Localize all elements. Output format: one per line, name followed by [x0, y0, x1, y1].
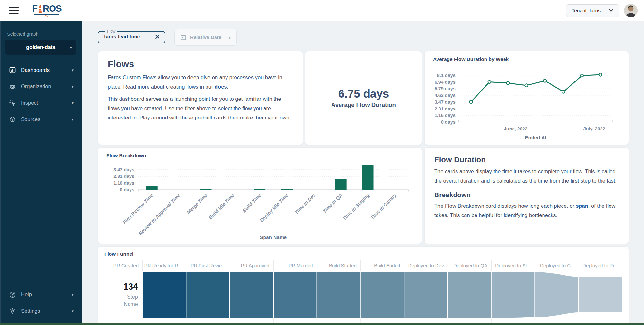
calendar-icon: [180, 34, 186, 40]
funnel-start-count: 134: [123, 282, 138, 292]
sidebar-item-label: Dashboards: [21, 67, 72, 73]
flow-duration-card: Flow Duration The cards above display th…: [424, 147, 629, 244]
flow-breakdown-card: Flow Breakdown 3.47 days2.31 days1.16 da…: [98, 147, 422, 244]
graph-select[interactable]: golden-data ▾: [5, 40, 76, 55]
chevron-down-icon: ▾: [70, 45, 72, 50]
avatar[interactable]: [624, 4, 638, 17]
flows-card-paragraph-2: This dashboard serves as a launching poi…: [108, 94, 293, 123]
avatar-silhouette: [624, 4, 638, 17]
bottom-green-strip: [0, 323, 644, 325]
people-icon: [9, 83, 16, 90]
hamburger-menu-icon[interactable]: [9, 7, 19, 14]
svg-text:July, 2022: July, 2022: [583, 126, 605, 131]
sidebar-item-inspect[interactable]: Inspect ▾: [0, 95, 82, 111]
logo-letters-ros: ROS: [43, 4, 62, 13]
svg-text:Time in Staging: Time in Staging: [341, 193, 370, 221]
svg-text:Ended At: Ended At: [525, 135, 546, 140]
line-chart: 8.1 days6.94 days5.79 days4.63 days3.47 …: [433, 62, 621, 142]
lighthouse-logo-icon: [38, 5, 43, 13]
funnel-step-header: Build Started: [317, 260, 360, 271]
sidebar-nav: Dashboards ▾ Organization ▾ Inspect ▾: [0, 62, 82, 128]
svg-text:0 days: 0 days: [120, 187, 134, 192]
svg-text:Build Idle Time: Build Idle Time: [208, 193, 235, 220]
bar-chart-title: Flow Breakdown: [106, 153, 415, 158]
tenant-label: Tenant: faros: [572, 8, 601, 14]
help-icon: [9, 291, 16, 298]
svg-text:Build Time: Build Time: [241, 193, 262, 214]
flow-filter-chip[interactable]: Flow faros-lead-time: [98, 29, 165, 43]
funnel-axis-label: Step Name: [121, 293, 138, 308]
main-content: Flow faros-lead-time Relative Date ▾ Flo…: [82, 21, 644, 325]
svg-text:3.47 days: 3.47 days: [435, 100, 456, 105]
selected-graph-label: Selected graph: [7, 32, 82, 37]
svg-text:Time in Dev: Time in Dev: [294, 192, 317, 215]
logo-underline: [34, 14, 59, 15]
paragraph-text: .: [227, 84, 229, 90]
sidebar-item-sources[interactable]: Sources ▾: [0, 111, 82, 128]
tenant-select[interactable]: Tenant: faros: [566, 4, 619, 17]
funnel-step-header: Deployed to Dev: [404, 260, 447, 271]
funnel-step-header: Deployed to Pr...: [579, 260, 622, 271]
sidebar-item-settings[interactable]: Settings ▾: [0, 303, 82, 319]
sidebar-item-label: Inspect: [21, 100, 72, 106]
svg-text:0 days: 0 days: [441, 119, 456, 125]
svg-text:Time in QA: Time in QA: [322, 193, 343, 214]
sidebar-item-label: Settings: [21, 308, 72, 314]
svg-text:2.31 days: 2.31 days: [113, 174, 134, 179]
chevron-down-icon: ▾: [72, 68, 74, 72]
funnel-start-block: 134 Step Name: [104, 271, 142, 319]
logo-wave-icon: [45, 15, 48, 17]
svg-text:8.1 days: 8.1 days: [437, 73, 456, 78]
funnel-step-header: PR First Revie...: [186, 260, 229, 271]
stat-label: Average Flow Duration: [331, 101, 396, 109]
funnel-step-header: Deployed to C...: [535, 260, 578, 271]
funnel-chart: [142, 271, 622, 319]
svg-text:First Review Time: First Review Time: [122, 193, 154, 225]
sidebar-item-help[interactable]: Help ▾: [0, 286, 82, 303]
span-link[interactable]: span: [576, 203, 588, 209]
svg-text:1.16 days: 1.16 days: [113, 180, 134, 186]
svg-text:June, 2022: June, 2022: [504, 126, 528, 131]
svg-text:2.31 days: 2.31 days: [435, 106, 456, 111]
sources-box-icon: [9, 116, 16, 123]
funnel-header-row: PR CreatedPR Ready for R...PR First Revi…: [104, 260, 622, 271]
flow-duration-title: Flow Duration: [434, 155, 619, 164]
relative-date-label: Relative Date: [190, 34, 221, 40]
flow-funnel-card: Flow Funnel PR CreatedPR Ready for R...P…: [98, 246, 629, 325]
svg-text:Deploy Idle Time: Deploy Idle Time: [259, 193, 289, 223]
faros-logo[interactable]: F ROS: [32, 4, 62, 17]
average-flow-duration-card: 6.75 days Average Flow Duration: [305, 51, 422, 145]
sidebar: Selected graph golden-data ▾ Dashboards …: [0, 21, 82, 325]
sidebar-footer: Help ▾ Settings ▾: [0, 286, 82, 325]
docs-link[interactable]: docs: [215, 84, 227, 90]
funnel-step-header: PR Created: [104, 260, 142, 271]
bar-chart: 3.47 days2.31 days1.16 days0 daysFirst R…: [106, 158, 415, 241]
relative-date-filter[interactable]: Relative Date ▾: [174, 29, 237, 46]
sidebar-item-label: Organization: [21, 83, 72, 90]
sidebar-item-label: Help: [21, 292, 72, 298]
filter-row: Flow faros-lead-time Relative Date ▾: [98, 29, 629, 46]
svg-text:6.94 days: 6.94 days: [435, 80, 456, 85]
inspect-cursor-icon: [9, 100, 16, 107]
logo-letter-f: F: [32, 4, 37, 13]
funnel-step-header: Build Ended: [360, 260, 404, 271]
chevron-down-icon: ▾: [72, 84, 74, 89]
svg-text:Merge Time: Merge Time: [186, 193, 208, 215]
svg-text:Span Name: Span Name: [260, 234, 287, 240]
flow-duration-paragraph: The cards above display the time it take…: [434, 167, 619, 186]
breakdown-paragraph: The Flow Breakdown card displays how lon…: [434, 201, 619, 220]
flows-card: Flows Faros Custom Flows allow you to de…: [98, 51, 303, 145]
chevron-down-icon: ▾: [72, 101, 74, 105]
stat-value: 6.75 days: [338, 87, 389, 100]
flows-card-paragraph-1: Faros Custom Flows allow you to deep div…: [108, 73, 293, 92]
funnel-step-header: Deployed to QA: [448, 260, 491, 271]
funnel-title: Flow Funnel: [104, 251, 622, 257]
funnel-body: 134 Step Name: [104, 271, 622, 319]
sidebar-item-label: Sources: [21, 116, 72, 122]
line-chart-title: Average Flow Duration by Week: [433, 56, 621, 62]
sidebar-item-dashboards[interactable]: Dashboards ▾: [0, 62, 82, 78]
paragraph-text: The Flow Breakdown card displays how lon…: [434, 203, 576, 209]
close-icon[interactable]: [155, 35, 159, 39]
chevron-down-icon: ▾: [228, 35, 231, 40]
sidebar-item-organization[interactable]: Organization ▾: [0, 78, 82, 95]
